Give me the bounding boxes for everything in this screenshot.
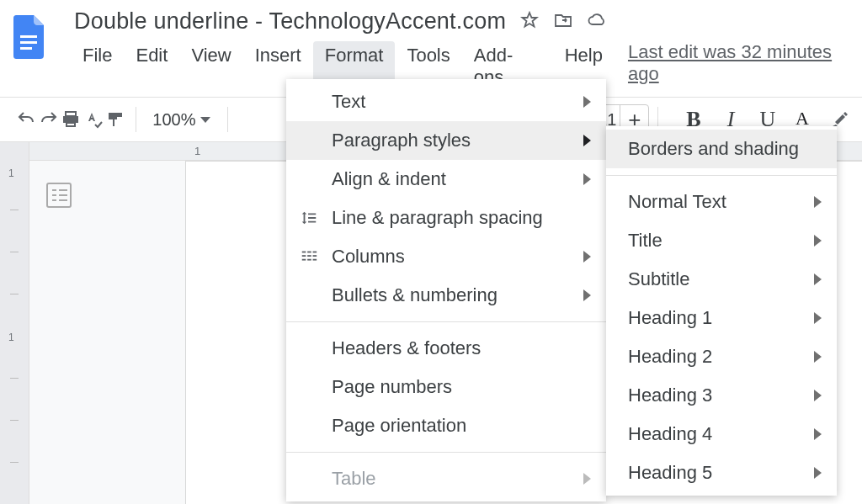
move-icon[interactable] bbox=[553, 10, 573, 34]
menu-item-heading-4[interactable]: Heading 4 bbox=[606, 415, 837, 454]
menu-item-label: Heading 5 bbox=[628, 462, 712, 484]
menu-divider bbox=[286, 452, 606, 453]
submenu-arrow-icon bbox=[814, 196, 822, 208]
menu-item-label: Normal Text bbox=[628, 191, 726, 213]
format-dropdown[interactable]: Text Paragraph styles Align & indent Lin… bbox=[286, 79, 606, 501]
menu-item-borders-shading[interactable]: Borders and shading bbox=[606, 130, 837, 168]
svg-rect-2 bbox=[20, 47, 32, 50]
menu-item-label: Columns bbox=[332, 246, 405, 268]
svg-rect-8 bbox=[307, 255, 311, 257]
menu-item-columns[interactable]: Columns bbox=[286, 237, 606, 276]
submenu-arrow-icon bbox=[583, 251, 591, 263]
menu-item-text[interactable]: Text bbox=[286, 82, 606, 121]
spellcheck-icon[interactable] bbox=[82, 105, 105, 134]
svg-rect-6 bbox=[302, 259, 306, 261]
menu-item-heading-2[interactable]: Heading 2 bbox=[606, 337, 837, 376]
menu-divider bbox=[286, 321, 606, 322]
text-color-letter: A bbox=[795, 109, 809, 128]
menu-item-label: Page numbers bbox=[332, 376, 452, 398]
submenu-arrow-icon bbox=[814, 273, 822, 285]
line-spacing-icon bbox=[298, 209, 320, 227]
svg-rect-12 bbox=[313, 259, 317, 261]
submenu-arrow-icon bbox=[814, 235, 822, 247]
star-icon[interactable] bbox=[519, 10, 540, 34]
menu-view[interactable]: View bbox=[179, 41, 242, 92]
svg-rect-11 bbox=[313, 255, 317, 257]
document-title[interactable]: Double underline - TechnologyAccent.com bbox=[74, 8, 506, 34]
zoom-value: 100% bbox=[152, 110, 195, 130]
zoom-select[interactable]: 100% bbox=[144, 110, 219, 130]
chevron-down-icon bbox=[200, 117, 210, 123]
svg-rect-9 bbox=[307, 259, 311, 261]
menu-item-paragraph-styles[interactable]: Paragraph styles bbox=[286, 121, 606, 160]
submenu-arrow-icon bbox=[814, 312, 822, 324]
menu-item-label: Subtitle bbox=[628, 268, 689, 290]
menu-item-label: Heading 4 bbox=[628, 423, 712, 445]
svg-rect-1 bbox=[20, 41, 37, 44]
menu-item-label: Bullets & numbering bbox=[332, 284, 498, 306]
menu-item-label: Heading 1 bbox=[628, 307, 712, 329]
svg-rect-3 bbox=[67, 124, 74, 125]
menu-item-heading-1[interactable]: Heading 1 bbox=[606, 299, 837, 337]
submenu-arrow-icon bbox=[583, 135, 591, 146]
paragraph-styles-submenu[interactable]: Borders and shading Normal Text Title Su… bbox=[606, 126, 837, 496]
menu-item-label: Page orientation bbox=[332, 415, 466, 437]
ruler-mark: 1 bbox=[8, 332, 14, 343]
menu-item-label: Paragraph styles bbox=[332, 130, 471, 151]
menu-file[interactable]: File bbox=[71, 41, 124, 92]
svg-rect-10 bbox=[313, 252, 317, 253]
menu-item-page-numbers[interactable]: Page numbers bbox=[286, 368, 606, 406]
menu-item-normal-text[interactable]: Normal Text bbox=[606, 183, 837, 221]
redo-icon[interactable] bbox=[38, 105, 61, 134]
menu-item-bullets[interactable]: Bullets & numbering bbox=[286, 276, 606, 315]
menu-edit[interactable]: Edit bbox=[124, 41, 179, 92]
last-edit-link[interactable]: Last edit was 32 minutes ago bbox=[628, 41, 862, 92]
submenu-arrow-icon bbox=[583, 173, 591, 185]
ruler-mark: 1 bbox=[8, 167, 14, 179]
cloud-status-icon[interactable] bbox=[587, 10, 607, 34]
svg-rect-4 bbox=[302, 252, 306, 253]
menu-item-label: Title bbox=[628, 230, 662, 252]
menu-item-heading-5[interactable]: Heading 5 bbox=[606, 454, 837, 492]
svg-rect-5 bbox=[302, 255, 306, 257]
submenu-arrow-icon bbox=[583, 473, 591, 485]
menu-item-label: Table bbox=[332, 468, 376, 490]
submenu-arrow-icon bbox=[814, 428, 822, 440]
undo-icon[interactable] bbox=[15, 105, 38, 134]
ruler-mark: 1 bbox=[194, 145, 200, 157]
submenu-arrow-icon bbox=[814, 351, 822, 363]
submenu-arrow-icon bbox=[583, 289, 591, 301]
submenu-arrow-icon bbox=[814, 467, 822, 479]
menu-item-label: Headers & footers bbox=[332, 337, 481, 359]
menu-item-label: Borders and shading bbox=[628, 138, 799, 160]
menu-item-page-orientation[interactable]: Page orientation bbox=[286, 406, 606, 445]
docs-home-icon[interactable] bbox=[8, 8, 51, 63]
menu-item-heading-3[interactable]: Heading 3 bbox=[606, 376, 837, 415]
menu-item-label: Text bbox=[332, 91, 365, 113]
submenu-arrow-icon bbox=[583, 96, 591, 108]
paint-format-icon[interactable] bbox=[104, 105, 127, 134]
print-icon[interactable] bbox=[60, 105, 82, 134]
vertical-ruler: 1 1 bbox=[0, 142, 29, 504]
menu-item-label: Heading 2 bbox=[628, 346, 712, 368]
menu-item-label: Line & paragraph spacing bbox=[332, 207, 543, 229]
submenu-arrow-icon bbox=[814, 390, 822, 401]
document-outline-icon[interactable] bbox=[46, 183, 72, 208]
toolbar-separator bbox=[227, 107, 228, 132]
menu-item-headers-footers[interactable]: Headers & footers bbox=[286, 329, 606, 368]
toolbar-separator bbox=[136, 107, 136, 132]
svg-rect-0 bbox=[20, 35, 37, 38]
menu-item-table: Table bbox=[286, 459, 606, 498]
menu-item-label: Heading 3 bbox=[628, 385, 712, 406]
menu-item-line-spacing[interactable]: Line & paragraph spacing bbox=[286, 199, 606, 237]
menu-item-title[interactable]: Title bbox=[606, 221, 837, 260]
menu-divider bbox=[606, 175, 837, 176]
svg-rect-7 bbox=[307, 252, 311, 253]
menu-item-align-indent[interactable]: Align & indent bbox=[286, 160, 606, 199]
menu-item-label: Align & indent bbox=[332, 168, 446, 190]
menu-item-subtitle[interactable]: Subtitle bbox=[606, 260, 837, 299]
columns-icon bbox=[298, 247, 320, 266]
